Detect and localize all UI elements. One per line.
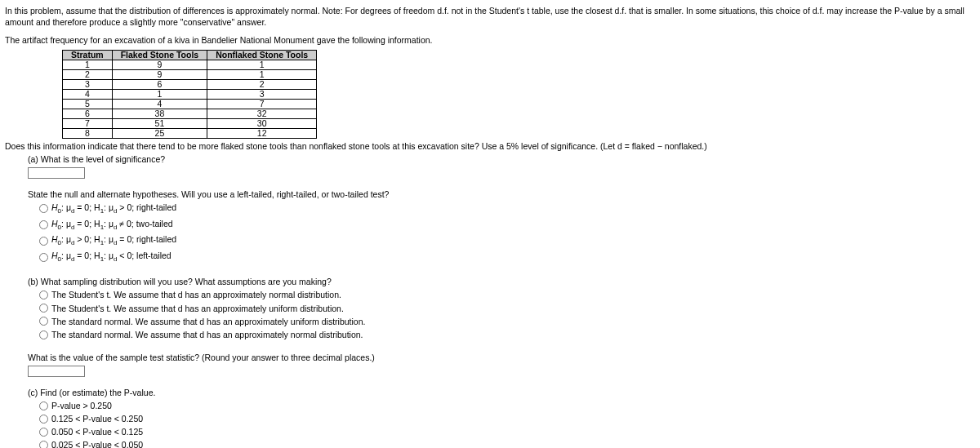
table-row: 191	[63, 60, 317, 69]
pvalue-option-4[interactable]: 0.025 < P-value < 0.050	[39, 439, 975, 448]
hyp-option-3[interactable]: H0: μd > 0; H1: μd = 0; right-tailed	[39, 233, 975, 248]
dist-radio-4[interactable]	[39, 330, 48, 339]
hyp-option-4[interactable]: H0: μd = 0; H1: μd < 0; left-tailed	[39, 250, 975, 264]
pvalue-label: 0.050 < P-value < 0.125	[51, 426, 143, 437]
table-row: 547	[63, 99, 317, 109]
part-a-label: (a) What is the level of significance?	[28, 153, 975, 165]
table-header-row: Stratum Flaked Stone Tools Nonflaked Sto…	[63, 50, 317, 60]
pvalue-option-3[interactable]: 0.050 < P-value < 0.125	[39, 426, 975, 437]
hyp-radio-2[interactable]	[39, 220, 48, 229]
artifact-line: The artifact frequency for an excavation…	[5, 34, 975, 46]
pvalue-label: P-value > 0.250	[51, 400, 112, 411]
col-nonflaked: Nonflaked Stone Tools	[207, 50, 317, 60]
hyp-label: H0: μd > 0; H1: μd = 0; right-tailed	[51, 233, 176, 248]
intro-text: In this problem, assume that the distrib…	[5, 5, 975, 28]
dist-label: The Student's t. We assume that d has an…	[51, 303, 344, 314]
test-stat-input[interactable]	[28, 366, 85, 377]
dist-label: The standard normal. We assume that d ha…	[51, 316, 365, 327]
hypotheses-prompt: State the null and alternate hypotheses.…	[28, 189, 975, 200]
pvalue-option-1[interactable]: P-value > 0.250	[39, 400, 975, 411]
pvalue-radio-4[interactable]	[39, 441, 48, 448]
pvalue-label: 0.025 < P-value < 0.050	[51, 439, 143, 448]
hyp-option-2[interactable]: H0: μd = 0; H1: μd ≠ 0; two-tailed	[39, 218, 975, 233]
table-row: 362	[63, 79, 317, 89]
dist-option-1[interactable]: The Student's t. We assume that d has an…	[39, 289, 975, 300]
question-line: Does this information indicate that ther…	[5, 140, 975, 152]
hyp-radio-4[interactable]	[39, 253, 48, 262]
pvalue-radio-3[interactable]	[39, 428, 48, 437]
part-c-label: (c) Find (or estimate) the P-value.	[28, 387, 975, 398]
pvalue-label: 0.125 < P-value < 0.250	[51, 413, 143, 424]
hyp-radio-1[interactable]	[39, 204, 48, 213]
table-row: 291	[63, 69, 317, 79]
hyp-radio-3[interactable]	[39, 237, 48, 246]
dist-radio-3[interactable]	[39, 317, 48, 326]
pvalue-option-2[interactable]: 0.125 < P-value < 0.250	[39, 413, 975, 424]
table-row: 82512	[63, 128, 317, 138]
pvalue-radio-2[interactable]	[39, 415, 48, 424]
pvalue-radio-1[interactable]	[39, 401, 48, 410]
dist-radio-2[interactable]	[39, 304, 48, 313]
dist-label: The standard normal. We assume that d ha…	[51, 329, 363, 340]
part-b-label: (b) What sampling distribution will you …	[28, 276, 975, 287]
col-flaked: Flaked Stone Tools	[112, 50, 207, 60]
significance-input[interactable]	[28, 167, 85, 179]
hyp-label: H0: μd = 0; H1: μd ≠ 0; two-tailed	[51, 218, 173, 233]
hyp-label: H0: μd = 0; H1: μd > 0; right-tailed	[51, 202, 176, 216]
dist-option-2[interactable]: The Student's t. We assume that d has an…	[39, 303, 975, 314]
hyp-label: H0: μd = 0; H1: μd < 0; left-tailed	[51, 250, 172, 264]
test-stat-prompt: What is the value of the sample test sta…	[28, 352, 975, 363]
dist-option-4[interactable]: The standard normal. We assume that d ha…	[39, 329, 975, 340]
table-row: 75130	[63, 118, 317, 128]
data-table: Stratum Flaked Stone Tools Nonflaked Sto…	[62, 50, 317, 139]
col-stratum: Stratum	[63, 50, 113, 60]
table-row: 63832	[63, 109, 317, 118]
dist-radio-1[interactable]	[39, 291, 48, 299]
hyp-option-1[interactable]: H0: μd = 0; H1: μd > 0; right-tailed	[39, 202, 975, 216]
dist-option-3[interactable]: The standard normal. We assume that d ha…	[39, 316, 975, 327]
dist-label: The Student's t. We assume that d has an…	[51, 289, 341, 300]
table-row: 413	[63, 89, 317, 99]
